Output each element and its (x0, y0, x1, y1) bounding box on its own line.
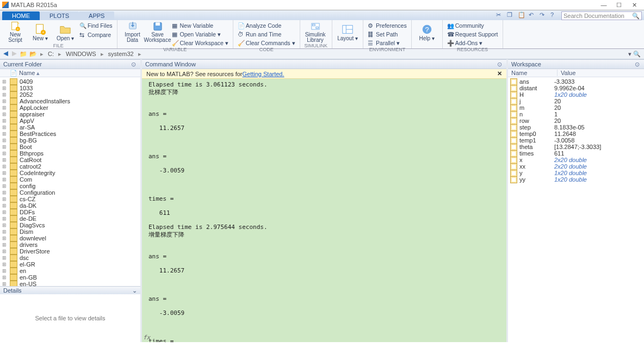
analyze-code-button[interactable]: 📄Analyze Code (238, 21, 295, 29)
panel-menu-button[interactable]: ⊙ (129, 61, 137, 67)
folder-Bthprops[interactable]: ⊞Bthprops (0, 150, 140, 157)
expand-toggle[interactable]: ⊞ (2, 98, 8, 104)
parallel-button[interactable]: ☰Parallel ▾ (368, 39, 407, 47)
folder-2052[interactable]: ⊞2052 (0, 91, 140, 98)
close-button[interactable]: ✕ (627, 2, 642, 9)
expand-toggle[interactable]: ⊞ (2, 183, 8, 189)
expand-toggle[interactable]: ⊞ (2, 125, 8, 130)
expand-toggle[interactable]: ⊞ (2, 275, 8, 280)
expand-toggle[interactable]: ⊞ (2, 118, 8, 123)
expand-toggle[interactable]: ⊞ (2, 190, 8, 195)
expand-toggle[interactable]: ⊞ (2, 92, 8, 97)
cf-col-name[interactable]: Name (19, 70, 35, 76)
folder-Dism[interactable]: ⊞Dism (0, 228, 140, 235)
expand-toggle[interactable]: ⊞ (2, 79, 8, 84)
folder-AdvancedInstallers[interactable]: ⊞AdvancedInstallers (0, 98, 140, 104)
folder-Com[interactable]: ⊞Com (0, 176, 140, 183)
clear-workspace-button[interactable]: 🧹Clear Workspace ▾ (172, 39, 228, 47)
workspace-var-y[interactable]: y1x20 double (508, 170, 644, 176)
workspace-var-step[interactable]: step8.1833e-05 (508, 124, 644, 131)
workspace-var-m[interactable]: m20 (508, 104, 644, 111)
expand-toggle[interactable]: ⊞ (2, 138, 8, 143)
path-drive[interactable]: C: (47, 51, 55, 57)
set-path-button[interactable]: 🛤Set Path (368, 30, 407, 38)
getting-started-link[interactable]: Getting Started. (242, 71, 284, 77)
help-button[interactable]: ?Help ▾ (416, 21, 438, 43)
expand-toggle[interactable]: ⊞ (2, 242, 8, 247)
folder-DriverStore[interactable]: ⊞DriverStore (0, 248, 140, 255)
expand-toggle[interactable]: ⊞ (2, 236, 8, 241)
folder-dsc[interactable]: ⊞dsc (0, 255, 140, 261)
expand-toggle[interactable]: ⊞ (2, 151, 8, 156)
expand-toggle[interactable]: ⊞ (2, 209, 8, 215)
open-variable-button[interactable]: ▦Open Variable ▾ (172, 30, 228, 38)
workspace-var-temp0[interactable]: temp011.2648 (508, 131, 644, 137)
tab-plots[interactable]: PLOTS (40, 11, 79, 20)
cut-icon[interactable]: ✂ (496, 11, 505, 20)
expand-toggle[interactable]: ⊞ (2, 262, 8, 267)
addons-button[interactable]: ➕Add-Ons ▾ (447, 39, 498, 47)
save-workspace-button[interactable]: Save Workspace (147, 21, 169, 43)
folder-catroot2[interactable]: ⊞catroot2 (0, 163, 140, 170)
up-folder-button[interactable]: 📁 (20, 51, 27, 58)
expand-toggle[interactable]: ⊞ (2, 216, 8, 221)
workspace-var-x[interactable]: x2x20 double (508, 157, 644, 163)
folder-de-DE[interactable]: ⊞de-DE (0, 215, 140, 222)
expand-toggle[interactable]: ⊞ (2, 196, 8, 202)
folder-BestPractices[interactable]: ⊞BestPractices (0, 131, 140, 137)
open-button[interactable]: Open ▾ (54, 21, 76, 43)
expand-toggle[interactable]: ⊞ (2, 177, 8, 182)
panel-menu-button[interactable]: ⊙ (633, 61, 641, 67)
tab-apps[interactable]: APPS (79, 11, 114, 20)
community-button[interactable]: 👥Community (447, 21, 498, 29)
expand-toggle[interactable]: ⊞ (2, 131, 8, 137)
folder-bg-BG[interactable]: ⊞bg-BG (0, 137, 140, 144)
expand-toggle[interactable]: ⊞ (2, 249, 8, 254)
path-dropdown[interactable]: ▾ 🔍 (628, 51, 641, 58)
folder-el-GR[interactable]: ⊞el-GR (0, 261, 140, 268)
expand-toggle[interactable]: ⊞ (2, 111, 8, 117)
browse-button[interactable]: 📂 (29, 51, 37, 58)
folder-1033[interactable]: ⊞1033 (0, 85, 140, 91)
folder-da-DK[interactable]: ⊞da-DK (0, 202, 140, 209)
folder-CodeIntegrity[interactable]: ⊞CodeIntegrity (0, 170, 140, 176)
ws-col-value[interactable]: Value (558, 70, 579, 76)
folder-en-US[interactable]: ⊞en-US (0, 281, 140, 286)
path-folder-1[interactable]: WINDOWS (65, 51, 97, 57)
folder-DDFs[interactable]: ⊞DDFs (0, 209, 140, 215)
folder-Boot[interactable]: ⊞Boot (0, 144, 140, 150)
workspace-var-temp1[interactable]: temp1-3.0058 (508, 137, 644, 144)
ws-col-name[interactable]: Name (508, 70, 558, 76)
expand-toggle[interactable]: ⊞ (2, 281, 8, 286)
new-script-button[interactable]: +New Script (4, 21, 26, 43)
expand-toggle[interactable]: ⊞ (2, 222, 8, 228)
import-data-button[interactable]: Import Data (122, 21, 144, 43)
folder-en-GB[interactable]: ⊞en-GB (0, 274, 140, 281)
workspace-var-j[interactable]: j20 (508, 98, 644, 104)
expand-toggle[interactable]: ⊞ (2, 255, 8, 261)
workspace-var-xx[interactable]: xx2x20 double (508, 163, 644, 170)
expand-toggle[interactable]: ⊞ (2, 105, 8, 110)
expand-toggle[interactable]: ⊞ (2, 144, 8, 150)
workspace-var-theta[interactable]: theta[13.2847;-3.3033] (508, 144, 644, 150)
help-icon[interactable]: ? (550, 11, 559, 20)
find-files-button[interactable]: 🔍Find Files (79, 21, 113, 29)
panel-menu-button[interactable]: ⊙ (496, 61, 503, 67)
forward-button[interactable]: ⯈ (11, 51, 17, 57)
paste-icon[interactable]: 📋 (518, 11, 527, 20)
workspace-var-row[interactable]: row20 (508, 117, 644, 124)
expand-toggle[interactable]: ⊞ (2, 170, 8, 176)
expand-toggle[interactable]: ⊞ (2, 164, 8, 169)
undo-icon[interactable]: ↶ (529, 11, 537, 20)
copy-icon[interactable]: ❐ (507, 11, 516, 20)
folder-downlevel[interactable]: ⊞downlevel (0, 235, 140, 241)
expand-toggle[interactable]: ⊞ (2, 157, 8, 163)
clear-commands-button[interactable]: 🧹Clear Commands ▾ (238, 39, 295, 47)
new-variable-button[interactable]: ▦New Variable (172, 21, 228, 29)
workspace-var-times[interactable]: times611 (508, 150, 644, 157)
folder-drivers[interactable]: ⊞drivers (0, 241, 140, 248)
search-icon[interactable]: 🔍 (632, 13, 640, 20)
folder-appraiser[interactable]: ⊞appraiser (0, 111, 140, 117)
banner-close-button[interactable]: ✕ (497, 70, 502, 77)
preferences-button[interactable]: ⚙Preferences (368, 21, 407, 29)
